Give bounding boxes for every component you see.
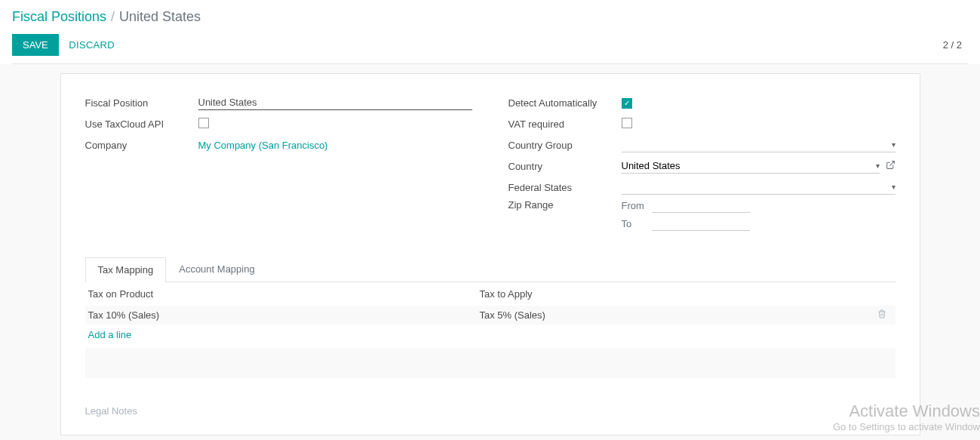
table-blank-area — [85, 348, 896, 378]
breadcrumb-sep: / — [111, 9, 115, 25]
zip-to-input[interactable] — [652, 216, 750, 231]
table-row[interactable]: Tax 10% (Sales) Tax 5% (Sales) — [85, 306, 896, 325]
cell-tax-apply[interactable]: Tax 5% (Sales) — [480, 309, 871, 321]
country-group-select[interactable] — [622, 137, 889, 152]
country-group-label: Country Group — [508, 140, 622, 151]
cell-tax-product[interactable]: Tax 10% (Sales) — [88, 309, 480, 321]
use-taxcloud-label: Use TaxCloud API — [85, 118, 198, 130]
tab-tax-mapping[interactable]: Tax Mapping — [85, 257, 167, 282]
vat-required-label: VAT required — [508, 118, 622, 130]
company-link[interactable]: My Company (San Francisco) — [198, 140, 328, 151]
fiscal-position-input[interactable] — [198, 95, 472, 110]
add-line-link[interactable]: Add a line — [85, 325, 135, 345]
col-tax-to-apply: Tax to Apply — [480, 288, 871, 300]
zip-range-label: Zip Range — [508, 198, 622, 211]
zip-to-label: To — [622, 218, 652, 229]
discard-button[interactable]: DISCARD — [69, 39, 115, 51]
trash-icon[interactable] — [871, 309, 892, 321]
tab-account-mapping[interactable]: Account Mapping — [166, 257, 267, 282]
form-sheet: Fiscal Position Use TaxCloud API Company… — [60, 73, 920, 435]
chevron-down-icon[interactable]: ▾ — [892, 140, 896, 149]
use-taxcloud-checkbox[interactable] — [198, 118, 209, 128]
breadcrumb-root[interactable]: Fiscal Positions — [12, 9, 106, 25]
svg-line-0 — [889, 162, 894, 166]
zip-from-input[interactable] — [652, 198, 750, 213]
external-link-icon[interactable] — [886, 160, 896, 172]
fiscal-position-label: Fiscal Position — [85, 97, 198, 109]
zip-from-label: From — [622, 200, 652, 211]
vat-required-checkbox[interactable] — [622, 118, 632, 128]
save-button[interactable]: SAVE — [12, 34, 59, 56]
chevron-down-icon[interactable]: ▾ — [892, 183, 896, 191]
legal-notes-label: Legal Notes — [85, 405, 896, 417]
federal-states-label: Federal States — [508, 182, 622, 193]
col-tax-on-product: Tax on Product — [88, 288, 480, 300]
federal-states-select[interactable] — [622, 180, 889, 194]
detect-auto-checkbox[interactable] — [622, 98, 632, 109]
country-select[interactable] — [622, 158, 873, 173]
chevron-down-icon[interactable]: ▾ — [876, 162, 880, 170]
company-label: Company — [85, 140, 198, 151]
country-label: Country — [508, 161, 622, 172]
pager[interactable]: 2 / 2 — [943, 39, 962, 51]
breadcrumb-current: United States — [119, 9, 201, 25]
detect-auto-label: Detect Automatically — [508, 97, 622, 109]
breadcrumb: Fiscal Positions / United States — [12, 9, 968, 25]
